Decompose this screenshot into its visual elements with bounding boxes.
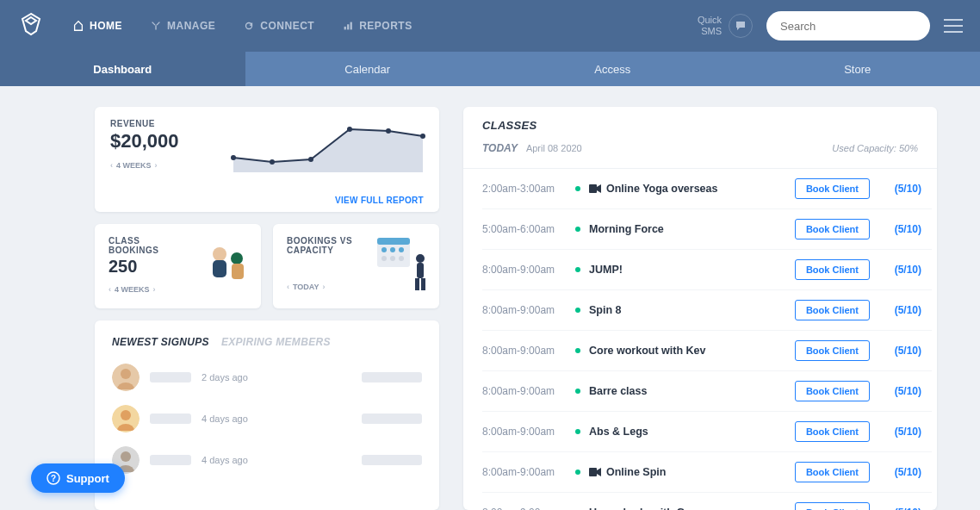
days-ago: 4 days ago — [202, 414, 248, 424]
svg-rect-25 — [415, 278, 419, 290]
extra-placeholder — [362, 414, 422, 424]
capacity-fraction: (5/10) — [885, 385, 921, 397]
support-button[interactable]: ? Support — [31, 463, 125, 493]
svg-point-20 — [381, 256, 387, 261]
tab-newest-signups[interactable]: NEWEST SIGNUPS — [112, 336, 209, 348]
chart-icon — [342, 20, 354, 32]
capacity-fraction: (5/10) — [885, 466, 921, 478]
class-name[interactable]: Morning Force — [589, 223, 795, 235]
sms-icon — [729, 14, 753, 38]
book-client-button[interactable]: Book Client — [795, 259, 870, 280]
capacity-fraction: (5/10) — [885, 345, 921, 357]
class-time: 8:00am-9:00am — [482, 466, 575, 478]
video-icon — [589, 468, 601, 476]
chevron-left-icon: ‹ — [287, 283, 289, 291]
topnav-manage[interactable]: MANAGE — [140, 15, 226, 37]
bookings-vs-capacity-card: BOOKINGS VS CAPACITY ‹ TODAY › — [273, 224, 439, 308]
search-box[interactable] — [766, 11, 930, 40]
menu-icon[interactable] — [944, 19, 963, 33]
svg-point-5 — [231, 155, 236, 160]
subnav-calendar[interactable]: Calendar — [245, 52, 491, 86]
class-name[interactable]: Barre class — [589, 385, 795, 397]
book-client-button[interactable]: Book Client — [795, 178, 870, 199]
svg-point-17 — [381, 247, 387, 252]
class-name[interactable]: Upper body with Grace — [589, 507, 795, 510]
status-dot-icon — [575, 389, 580, 394]
class-row: 8:00am-9:00amAbs & LegsBook Client(5/10) — [482, 412, 932, 452]
class-row: 8:00am-9:00amSpin 8Book Client(5/10) — [482, 290, 932, 331]
topnav-reports[interactable]: REPORTS — [332, 15, 423, 37]
book-client-button[interactable]: Book Client — [795, 340, 870, 361]
svg-point-18 — [390, 247, 395, 252]
svg-point-11 — [213, 247, 226, 261]
class-name[interactable]: Online Spin — [606, 466, 795, 478]
topnav-home[interactable]: HOME — [62, 15, 133, 37]
bvc-range-label: TODAY — [293, 283, 319, 291]
class-name[interactable]: Core workout with Kev — [589, 345, 795, 357]
class-time: 8:00am-9:00am — [482, 345, 575, 357]
brand-logo[interactable] — [17, 10, 45, 41]
svg-point-6 — [270, 159, 275, 165]
calendar-illustration-icon — [372, 233, 432, 296]
svg-rect-2 — [350, 22, 352, 30]
signup-row[interactable]: 2 days ago — [112, 364, 422, 391]
days-ago: 4 days ago — [202, 455, 248, 465]
tab-expiring-members[interactable]: EXPIRING MEMBERS — [221, 336, 331, 348]
svg-rect-1 — [347, 24, 349, 29]
signup-row[interactable]: 4 days ago — [112, 446, 422, 474]
chevron-right-icon: › — [323, 283, 326, 291]
status-dot-icon — [575, 429, 580, 434]
svg-point-7 — [308, 157, 313, 162]
svg-point-22 — [399, 256, 404, 261]
bvc-range[interactable]: ‹ TODAY › — [287, 283, 326, 291]
status-dot-icon — [575, 348, 580, 353]
book-client-button[interactable]: Book Client — [795, 502, 870, 510]
sub-nav: DashboardCalendarAccessStore — [0, 52, 980, 86]
svg-point-28 — [121, 369, 131, 379]
today-date: April 08 2020 — [526, 143, 582, 153]
quick-sms-button[interactable]: Quick SMS — [698, 14, 753, 38]
tools-icon — [150, 20, 162, 32]
classes-title: CLASSES — [482, 119, 918, 132]
class-bookings-range[interactable]: ‹ 4 WEEKS › — [109, 285, 156, 294]
class-name[interactable]: Abs & Legs — [589, 426, 795, 438]
topnav-connect[interactable]: CONNECT — [233, 15, 325, 37]
book-client-button[interactable]: Book Client — [795, 421, 870, 442]
signup-row[interactable]: 4 days ago — [112, 405, 422, 432]
revenue-card: REVENUE $20,000 ‹ 4 WEEKS › VIEW FULL RE… — [95, 107, 439, 212]
chevron-left-icon: ‹ — [110, 161, 113, 170]
quick-sms-label-1: Quick — [698, 15, 722, 26]
class-row: 2:00am-3:00amOnline Yoga overseasBook Cl… — [482, 169, 932, 209]
class-time: 8:00am-9:00am — [482, 426, 575, 438]
class-name[interactable]: Spin 8 — [589, 304, 795, 316]
capacity-fraction: (5/10) — [885, 507, 921, 510]
subnav-access[interactable]: Access — [490, 52, 735, 86]
book-client-button[interactable]: Book Client — [795, 462, 870, 482]
topnav-label: MANAGE — [167, 20, 215, 32]
status-dot-icon — [575, 308, 580, 313]
status-dot-icon — [575, 267, 580, 272]
svg-point-8 — [347, 127, 352, 132]
book-client-button[interactable]: Book Client — [795, 381, 870, 401]
search-input[interactable] — [780, 20, 925, 33]
svg-rect-0 — [344, 27, 346, 30]
revenue-range-selector[interactable]: ‹ 4 WEEKS › — [110, 161, 158, 170]
svg-rect-14 — [232, 264, 244, 279]
chevron-right-icon: › — [155, 161, 158, 170]
class-list[interactable]: 2:00am-3:00amOnline Yoga overseasBook Cl… — [463, 168, 937, 510]
svg-rect-33 — [589, 184, 597, 193]
class-name[interactable]: Online Yoga overseas — [606, 183, 795, 195]
name-placeholder — [150, 372, 191, 382]
used-capacity-label: Used Capacity: 50% — [832, 143, 918, 153]
status-dot-icon — [575, 227, 580, 232]
book-client-button[interactable]: Book Client — [795, 300, 870, 320]
revenue-range-label: 4 WEEKS — [116, 161, 152, 170]
class-name[interactable]: JUMP! — [589, 264, 795, 276]
book-client-button[interactable]: Book Client — [795, 219, 870, 239]
view-full-report-link[interactable]: VIEW FULL REPORT — [110, 196, 424, 205]
subnav-dashboard[interactable]: Dashboard — [0, 52, 245, 86]
topnav-label: HOME — [90, 20, 122, 32]
subnav-store[interactable]: Store — [735, 52, 981, 86]
class-row: 5:00am-6:00amMorning ForceBook Client(5/… — [482, 209, 932, 250]
capacity-fraction: (5/10) — [885, 183, 921, 195]
